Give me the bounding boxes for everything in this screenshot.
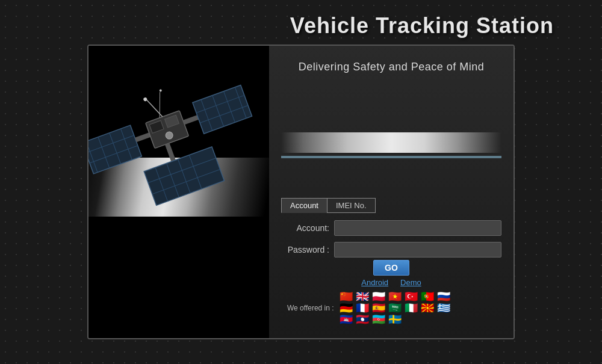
flag-fr[interactable]: 🇫🇷 — [355, 303, 370, 313]
password-row: Password : — [281, 242, 501, 258]
satellite-graphic — [88, 52, 269, 238]
flag-es[interactable]: 🇪🇸 — [371, 303, 386, 313]
svg-rect-0 — [88, 125, 141, 174]
tabs-container: Account IMEI No. — [281, 198, 376, 213]
flag-la[interactable]: 🇱🇦 — [355, 315, 370, 324]
demo-link[interactable]: Demo — [400, 278, 421, 287]
offered-label: We offered in : — [287, 304, 334, 312]
flag-se[interactable]: 🇸🇪 — [388, 315, 402, 324]
tab-imei[interactable]: IMEI No. — [327, 198, 376, 213]
bottom-section: We offered in : 🇨🇳 🇬🇧 🇵🇱 🇻🇳 🇹🇷 🇵🇹 🇷🇺 🇩🇪 … — [281, 287, 501, 329]
flag-gb[interactable]: 🇬🇧 — [355, 292, 370, 301]
svg-rect-12 — [183, 115, 199, 125]
svg-point-29 — [143, 97, 147, 102]
account-row: Account: — [281, 220, 501, 236]
svg-line-28 — [147, 97, 163, 120]
flag-sa[interactable]: 🇸🇦 — [388, 303, 402, 313]
satellite-image — [88, 46, 269, 339]
flag-ru[interactable]: 🇷🇺 — [436, 292, 451, 301]
flag-tr[interactable]: 🇹🇷 — [404, 292, 418, 301]
flag-mk[interactable]: 🇲🇰 — [420, 303, 435, 313]
go-button[interactable]: GO — [373, 260, 409, 276]
right-section: Delivering Safety and Peace of Mind Acco… — [269, 46, 514, 338]
account-input[interactable] — [334, 220, 501, 236]
page-title: Vehicle Tracking Station — [290, 13, 554, 39]
svg-rect-7 — [135, 132, 150, 142]
space-image — [281, 85, 501, 189]
flag-kh[interactable]: 🇰🇭 — [339, 315, 353, 324]
flag-cn[interactable]: 🇨🇳 — [339, 292, 353, 301]
space-clouds — [281, 132, 501, 153]
svg-rect-20 — [165, 143, 176, 162]
password-input[interactable] — [334, 242, 501, 258]
password-label: Password : — [281, 245, 329, 254]
svg-point-31 — [159, 89, 162, 92]
tagline: Delivering Safety and Peace of Mind — [299, 61, 485, 73]
login-panel: Delivering Safety and Peace of Mind Acco… — [87, 45, 515, 339]
tab-account[interactable]: Account — [281, 198, 327, 213]
svg-line-30 — [152, 92, 169, 118]
flag-de[interactable]: 🇩🇪 — [339, 303, 353, 313]
flags-container: 🇨🇳 🇬🇧 🇵🇱 🇻🇳 🇹🇷 🇵🇹 🇷🇺 🇩🇪 🇫🇷 🇪🇸 🇸🇦 🇮🇹 🇲🇰 🇬… — [339, 292, 459, 324]
flag-gr[interactable]: 🇬🇷 — [436, 303, 451, 313]
flag-az[interactable]: 🇦🇿 — [371, 315, 386, 324]
android-link[interactable]: Android — [361, 278, 388, 287]
flag-pt[interactable]: 🇵🇹 — [420, 292, 435, 301]
space-horizon — [281, 156, 501, 158]
links-row: Android Demo — [361, 278, 421, 287]
account-label: Account: — [281, 223, 329, 233]
form-area: Account: Password : — [281, 220, 501, 258]
flag-vn[interactable]: 🇻🇳 — [388, 292, 402, 301]
flag-it[interactable]: 🇮🇹 — [404, 303, 418, 313]
flag-pl[interactable]: 🇵🇱 — [371, 292, 386, 301]
